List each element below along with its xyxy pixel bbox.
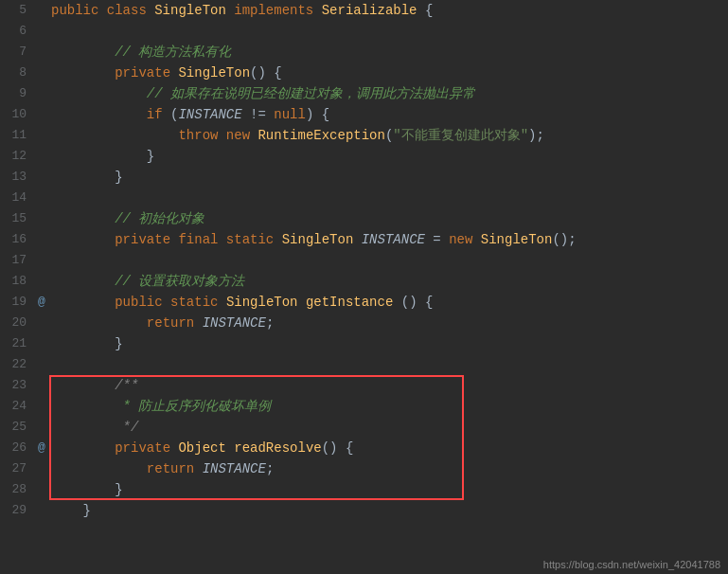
line-content: * 防止反序列化破坏单例: [49, 396, 728, 417]
line-content: }: [49, 479, 728, 500]
line-content: public static SingleTon getInstance () {: [49, 292, 728, 313]
watermark: https://blog.csdn.net/weixin_42041788: [543, 559, 720, 570]
code-token: private: [115, 65, 170, 81]
code-token: [218, 295, 225, 310]
code-token: [51, 107, 147, 122]
code-token: private: [115, 232, 170, 247]
line-content: [49, 21, 728, 42]
line-content: }: [49, 146, 728, 167]
code-line: 6: [0, 21, 728, 42]
code-token: throw: [178, 128, 218, 143]
code-token: return: [147, 315, 194, 331]
code-token: =: [425, 232, 449, 247]
line-content: // 构造方法私有化: [49, 42, 728, 63]
code-line: 5public class SingleTon implements Seria…: [0, 0, 728, 21]
code-line: 14: [0, 188, 728, 208]
code-line: 11 throw new RuntimeException("不能重复创建此对象…: [0, 125, 728, 146]
line-number: 21: [0, 333, 34, 354]
code-token: SingleTon: [481, 232, 553, 247]
line-content: }: [49, 167, 728, 188]
code-token: [274, 232, 281, 247]
code-token: // 构造方法私有化: [51, 45, 231, 60]
line-content: /**: [49, 375, 728, 396]
line-content: [49, 354, 728, 375]
code-line: 10 if (INSTANCE != null) {: [0, 104, 728, 125]
line-content: public class SingleTon implements Serial…: [49, 0, 728, 21]
code-token: () {: [322, 440, 354, 456]
line-gutter: @: [34, 438, 49, 458]
code-line: 8 private SingleTon() {: [0, 63, 728, 83]
line-content: return INSTANCE;: [49, 313, 728, 333]
code-token: RuntimeException: [257, 128, 384, 143]
code-token: Serializable: [322, 3, 417, 18]
line-number: 18: [0, 271, 34, 292]
code-token: }: [51, 149, 154, 164]
code-token: [298, 295, 306, 310]
line-number: 24: [0, 396, 34, 417]
code-token: [163, 295, 170, 310]
code-line: 20 return INSTANCE;: [0, 313, 728, 333]
code-token: final: [178, 232, 218, 247]
code-editor: 5public class SingleTon implements Seria…: [0, 0, 728, 574]
line-number: 15: [0, 208, 34, 229]
code-line: 28 }: [0, 479, 728, 500]
code-token: INSTANCE: [203, 315, 266, 331]
code-token: /**: [51, 378, 138, 393]
code-line: 23 /**: [0, 375, 728, 396]
code-line: 26@ private Object readResolve() {: [0, 438, 728, 458]
code-token: implements: [226, 3, 322, 18]
line-number: 26: [0, 438, 34, 458]
line-gutter: @: [34, 292, 49, 313]
code-token: );: [528, 128, 544, 143]
code-token: INSTANCE: [178, 107, 241, 122]
code-token: getInstance: [306, 295, 393, 310]
code-token: !=: [242, 107, 275, 122]
line-content: }: [49, 333, 728, 354]
code-token: static: [170, 295, 218, 310]
code-token: [51, 315, 147, 331]
code-token: {: [417, 3, 434, 18]
line-content: [49, 188, 728, 208]
code-token: [226, 440, 234, 456]
code-token: // 如果存在说明已经创建过对象，调用此方法抛出异常: [51, 86, 475, 101]
line-number: 8: [0, 63, 34, 83]
code-token: [218, 232, 225, 247]
code-token: INSTANCE: [362, 232, 425, 247]
code-token: }: [51, 170, 123, 185]
code-token: ;: [266, 461, 274, 476]
line-content: // 如果存在说明已经创建过对象，调用此方法抛出异常: [49, 83, 728, 104]
code-token: if: [147, 107, 163, 122]
code-line: 18 // 设置获取对象方法: [0, 271, 728, 292]
line-number: 10: [0, 104, 34, 125]
code-token: SingleTon: [154, 3, 226, 18]
code-token: Object: [178, 440, 225, 456]
code-token: [353, 232, 361, 247]
code-token: ;: [266, 315, 274, 331]
line-number: 14: [0, 188, 34, 208]
line-number: 25: [0, 417, 34, 438]
code-token: public: [115, 295, 162, 310]
code-token: }: [51, 503, 91, 518]
code-token: new: [226, 128, 250, 143]
code-token: return: [147, 461, 194, 476]
line-content: private final static SingleTon INSTANCE …: [49, 229, 728, 250]
code-line: 12 }: [0, 146, 728, 167]
code-token: INSTANCE: [203, 461, 266, 476]
code-token: // 设置获取对象方法: [51, 274, 244, 289]
line-content: [49, 250, 728, 271]
line-number: 28: [0, 479, 34, 500]
line-number: 12: [0, 146, 34, 167]
code-token: }: [51, 336, 123, 351]
code-line: 29 }: [0, 500, 728, 521]
line-number: 22: [0, 354, 34, 375]
code-token: [194, 315, 202, 331]
code-line: 25 */: [0, 417, 728, 438]
line-number: 20: [0, 313, 34, 333]
code-line: 27 return INSTANCE;: [0, 458, 728, 479]
code-token: static: [226, 232, 274, 247]
code-line: 15 // 初始化对象: [0, 208, 728, 229]
code-line: 19@ public static SingleTon getInstance …: [0, 292, 728, 313]
code-line: 16 private final static SingleTon INSTAN…: [0, 229, 728, 250]
line-content: private Object readResolve() {: [49, 438, 728, 458]
code-token: // 初始化对象: [51, 211, 204, 226]
